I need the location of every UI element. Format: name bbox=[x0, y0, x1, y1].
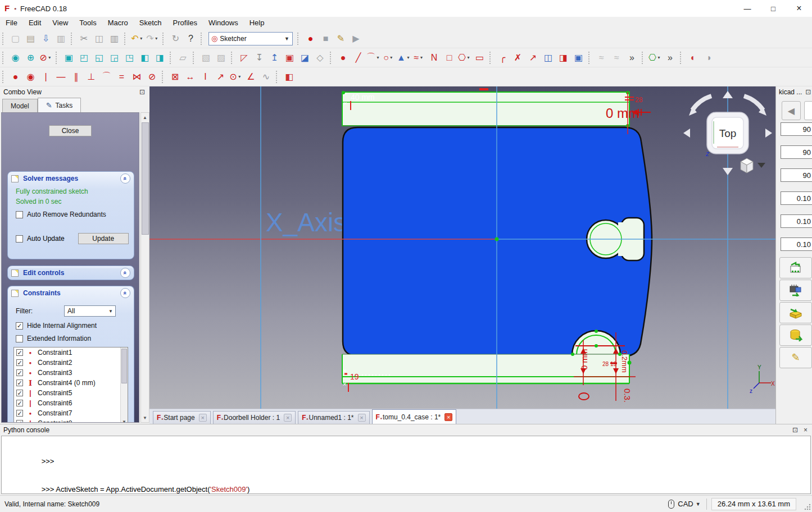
create-arc-icon[interactable]: ⌒▾ bbox=[366, 50, 381, 65]
fillet-icon[interactable]: ╭ bbox=[495, 50, 510, 65]
constraint-checkbox[interactable] bbox=[16, 349, 23, 356]
document-tab[interactable]: F* Unnamed1 : 1* × bbox=[298, 411, 369, 424]
constrain-horizontal-icon[interactable]: — bbox=[53, 69, 69, 84]
trim-edge-icon[interactable]: ✗ bbox=[510, 50, 525, 65]
create-polygon-icon[interactable]: ⎔▾ bbox=[457, 50, 472, 65]
constraints-filter-select[interactable]: All ▼ bbox=[64, 305, 116, 317]
combo-view-titlebar[interactable]: Combo View ⊡ bbox=[0, 86, 149, 97]
auto-remove-redundants-checkbox[interactable] bbox=[16, 211, 23, 218]
update-button[interactable]: Update bbox=[78, 233, 129, 244]
menu-item[interactable]: View bbox=[47, 17, 74, 29]
document-tab[interactable]: F* Doorbell Holder : 1 × bbox=[213, 411, 296, 424]
view-front-icon[interactable]: ◰ bbox=[76, 50, 92, 65]
map-sketch-face-icon[interactable]: ◧ bbox=[282, 69, 297, 84]
create-circle-icon[interactable]: ○▾ bbox=[381, 50, 396, 65]
toolbar-handle[interactable] bbox=[71, 33, 75, 45]
constraint-row[interactable]: ● Constraint3 bbox=[14, 368, 128, 378]
constrain-distance-x-icon[interactable]: ↔ bbox=[183, 69, 198, 84]
macro-record-icon[interactable]: ● bbox=[303, 31, 318, 46]
toggle-reference-icon[interactable]: ∿ bbox=[258, 69, 274, 84]
constraint-row[interactable]: I Constraint4 (0 mm) bbox=[14, 378, 128, 388]
external-geometry-icon[interactable]: ◫ bbox=[541, 50, 556, 65]
view-top-icon[interactable]: ◱ bbox=[92, 50, 107, 65]
constraint-row[interactable]: ● Constraint2 bbox=[14, 358, 128, 368]
minimize-button[interactable]: — bbox=[734, 0, 760, 17]
menu-item[interactable]: Edit bbox=[23, 17, 47, 29]
create-polyline-icon[interactable]: N bbox=[427, 50, 442, 65]
measure-distance-icon[interactable]: ▱ bbox=[175, 50, 190, 65]
collapse-chevron-icon[interactable]: « bbox=[120, 268, 130, 278]
toolbar-handle[interactable] bbox=[162, 33, 166, 45]
fit-all-icon[interactable]: ◉ bbox=[8, 50, 23, 65]
nav-style-selector[interactable]: CAD bbox=[678, 500, 693, 508]
constrain-block-icon[interactable]: ⊘ bbox=[144, 69, 160, 84]
carbon-copy-icon[interactable]: ◨ bbox=[556, 50, 571, 65]
view-right-icon[interactable]: ◲ bbox=[107, 50, 122, 65]
toggle-construction-icon[interactable]: ▣ bbox=[571, 50, 586, 65]
toolbar-handle[interactable] bbox=[124, 33, 128, 45]
kicad-panel-titlebar[interactable]: kicad ... ⊡ bbox=[776, 86, 812, 98]
create-rectangle-icon[interactable]: □ bbox=[442, 50, 457, 65]
toolbar-handle[interactable] bbox=[2, 33, 6, 45]
cut-icon[interactable]: ✂ bbox=[76, 31, 92, 46]
overflow-icon[interactable]: » bbox=[624, 50, 639, 65]
constraint-row[interactable]: ● Constraint1 bbox=[14, 348, 128, 358]
constrain-perpendicular-icon[interactable]: ⊥ bbox=[84, 69, 99, 84]
extend-edge-icon[interactable]: ↗ bbox=[525, 50, 541, 65]
close-panel-icon[interactable]: × bbox=[804, 426, 808, 434]
constraint-row[interactable]: | Constraint8 bbox=[14, 418, 128, 423]
kicad-value-field[interactable]: 90 bbox=[781, 122, 812, 136]
constrain-distance-y-icon[interactable]: I bbox=[198, 69, 213, 84]
scroll-down-icon[interactable]: ▼ bbox=[141, 413, 149, 422]
undo-icon[interactable]: ↶▾ bbox=[130, 31, 145, 46]
top-strip[interactable] bbox=[342, 92, 629, 126]
toolbar-handle[interactable] bbox=[276, 71, 280, 83]
constrain-equal-icon[interactable]: = bbox=[114, 69, 129, 84]
dropdown-caret-icon[interactable]: ▾ bbox=[139, 36, 144, 41]
constrain-angle-icon[interactable]: ∠ bbox=[243, 69, 258, 84]
constrain-lock-icon[interactable]: ⊠ bbox=[167, 69, 183, 84]
view-section-icon[interactable]: ▣ bbox=[282, 50, 297, 65]
toolbar-handle[interactable] bbox=[231, 52, 235, 64]
dropdown-caret-icon[interactable]: ▾ bbox=[656, 55, 661, 60]
constrain-tangent-icon[interactable]: ⌒ bbox=[99, 69, 114, 84]
toolbar-handle[interactable] bbox=[193, 52, 197, 64]
constrain-symmetric-icon[interactable]: ⋈ bbox=[129, 69, 144, 84]
box-zoom-icon[interactable]: ⊕ bbox=[23, 50, 38, 65]
dropdown-caret-icon[interactable]: ▾ bbox=[154, 36, 159, 41]
map-sketch-icon[interactable]: ◪ bbox=[297, 50, 312, 65]
part-refine-icon[interactable]: ▨ bbox=[214, 50, 229, 65]
kicad-export-footprint-button[interactable] bbox=[779, 257, 812, 278]
create-bspline-icon[interactable]: ≈▾ bbox=[411, 50, 427, 65]
view-axonometric-icon[interactable]: ▣ bbox=[61, 50, 76, 65]
float-panel-icon[interactable]: ⊡ bbox=[792, 426, 798, 434]
toolbar-handle[interactable] bbox=[489, 52, 493, 64]
redo-icon[interactable]: ↷▾ bbox=[145, 31, 160, 46]
kicad-value-field[interactable]: 90 bbox=[781, 145, 812, 159]
toolbar-handle[interactable] bbox=[588, 52, 592, 64]
sketch-canvas[interactable]: X_Axis bbox=[149, 86, 775, 409]
constrain-radius-icon[interactable]: ⊙▾ bbox=[228, 69, 243, 84]
bspline-polygon-icon[interactable]: ≈ bbox=[609, 50, 624, 65]
scroll-down-icon[interactable]: ▼ bbox=[121, 419, 128, 423]
constrain-parallel-icon[interactable]: ∥ bbox=[69, 69, 84, 84]
constrain-coincident-icon[interactable]: ● bbox=[8, 69, 23, 84]
edit-sketch-icon[interactable]: ◸ bbox=[237, 50, 252, 65]
dropdown-caret-icon[interactable]: ▾ bbox=[419, 55, 424, 60]
menu-item[interactable]: Windows bbox=[203, 17, 244, 29]
dropdown-caret-icon[interactable]: ▾ bbox=[466, 55, 471, 60]
toolbar-handle[interactable] bbox=[56, 52, 60, 64]
toolbar-handle[interactable] bbox=[2, 71, 6, 83]
kicad-edit-button[interactable]: ✎ bbox=[779, 347, 812, 368]
kicad-blank-button[interactable] bbox=[804, 101, 812, 120]
float-panel-icon[interactable]: ⊡ bbox=[139, 88, 145, 96]
constraint-row[interactable]: | Constraint6 bbox=[14, 398, 128, 408]
task-panel-scrollbar[interactable]: ▲ ▼ bbox=[140, 112, 149, 423]
open-file-icon[interactable]: ▤ bbox=[23, 31, 38, 46]
constrain-point-on-object-icon[interactable]: ◉ bbox=[23, 69, 38, 84]
whats-this-icon[interactable]: ? bbox=[183, 31, 198, 46]
constraint-checkbox[interactable] bbox=[16, 369, 23, 376]
toolbar-handle[interactable] bbox=[2, 52, 6, 64]
part-simple-copy-icon[interactable]: ▧ bbox=[198, 50, 214, 65]
copy-icon[interactable]: ◫ bbox=[92, 31, 107, 46]
